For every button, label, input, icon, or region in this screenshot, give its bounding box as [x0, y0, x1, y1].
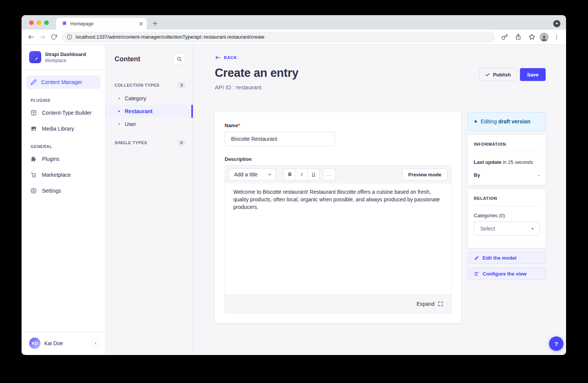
- editor-toolbar: Add a title B I U ... Prev: [225, 165, 451, 184]
- divider: [474, 152, 540, 152]
- forward-nav-icon[interactable]: [37, 31, 48, 43]
- tab-search-icon[interactable]: [553, 20, 560, 27]
- edit-model-button[interactable]: Edit the model: [468, 252, 546, 264]
- sidebar-section-plugins: PLUGINS: [22, 90, 105, 105]
- new-tab-button[interactable]: [150, 18, 160, 29]
- collection-types-count-badge: 3: [178, 82, 185, 88]
- content-subnav: Content COLLECTION TYPES 3 Category Rest…: [105, 45, 193, 355]
- draft-status-prefix: Editing: [481, 118, 498, 125]
- zoom-window-button[interactable]: [44, 20, 49, 25]
- profile-avatar-icon[interactable]: [540, 33, 549, 42]
- chevron-down-icon: [531, 227, 534, 230]
- subnav-item-user[interactable]: User: [105, 118, 193, 131]
- information-card: INFORMATION Last update in 25 seconds By…: [468, 135, 546, 185]
- expand-label: Expand: [417, 301, 434, 307]
- draft-status-badge: Editing draft version: [468, 112, 546, 131]
- tab-title: Homepage: [70, 21, 136, 26]
- publish-button[interactable]: Publish: [479, 68, 517, 81]
- required-asterisk: *: [238, 123, 240, 128]
- categories-select[interactable]: Select: [474, 221, 540, 236]
- relation-title: RELATION: [474, 196, 540, 201]
- browser-tab[interactable]: Homepage: [56, 18, 147, 30]
- bullet-icon: [118, 98, 120, 99]
- more-formats-button[interactable]: ...: [323, 168, 336, 181]
- expand-button[interactable]: Expand: [417, 301, 443, 307]
- description-textarea[interactable]: Welcome to Biscotte restaurant! Restaura…: [225, 184, 451, 294]
- bullet-icon: [118, 111, 120, 112]
- search-icon[interactable]: [173, 53, 185, 65]
- save-label: Save: [527, 72, 538, 78]
- title-style-value: Add a title: [234, 171, 258, 177]
- gear-icon: [31, 188, 37, 194]
- configure-view-icon: [474, 271, 479, 276]
- address-bar[interactable]: localhost:1337/admin/content-manager/col…: [62, 32, 495, 42]
- by-row: By-: [474, 172, 540, 178]
- subnav-title: Content: [115, 55, 140, 63]
- help-button[interactable]: ?: [549, 336, 563, 351]
- sidebar-section-general: GENERAL: [22, 137, 105, 151]
- share-icon[interactable]: [512, 31, 524, 43]
- sidebar-item-media-library[interactable]: Media Library: [22, 121, 105, 137]
- draft-status-bold: draft version: [498, 118, 531, 125]
- url-text: localhost:1337/admin/content-manager/col…: [76, 34, 264, 40]
- pencil-icon: [474, 255, 479, 260]
- tab-close-icon[interactable]: [139, 22, 143, 26]
- avatar: KD: [29, 338, 40, 349]
- configure-view-button[interactable]: Configure the view: [468, 268, 546, 280]
- last-update-row: Last update in 25 seconds: [474, 159, 540, 165]
- sidebar-item-content-type-builder[interactable]: Content-Type Builder: [22, 105, 105, 121]
- italic-button[interactable]: I: [296, 169, 307, 180]
- status-dot-icon: [475, 120, 477, 123]
- sidebar-item-label: Settings: [42, 188, 61, 194]
- underline-button[interactable]: U: [307, 169, 319, 180]
- back-label: BACK: [224, 55, 237, 60]
- categories-label: Categories (0): [474, 213, 540, 218]
- sidebar-item-content-manager[interactable]: Content Manager: [26, 75, 101, 89]
- cart-icon: [31, 172, 37, 178]
- api-id-subtitle: API ID : restaurant: [215, 84, 546, 90]
- back-arrow-icon: [215, 54, 221, 61]
- relation-card: RELATION Categories (0) Select: [468, 189, 546, 248]
- minimize-window-button[interactable]: [37, 20, 41, 25]
- site-info-icon[interactable]: [67, 34, 72, 40]
- publish-label: Publish: [493, 72, 511, 78]
- description-field-label: Description: [225, 156, 451, 162]
- name-input[interactable]: [225, 132, 335, 146]
- bullet-icon: [118, 123, 120, 125]
- media-image-icon: [31, 126, 37, 132]
- rich-text-editor: Add a title B I U ... Prev: [225, 165, 451, 313]
- collapse-sidebar-button[interactable]: [91, 338, 101, 348]
- sidebar-item-label: Plugins: [42, 156, 59, 162]
- reload-icon[interactable]: [48, 31, 59, 43]
- window-controls: [29, 20, 49, 25]
- subnav-item-restaurant[interactable]: Restaurant: [105, 105, 193, 118]
- bold-button[interactable]: B: [284, 169, 296, 180]
- sidebar-item-label: Content-Type Builder: [42, 110, 92, 116]
- edit-model-label: Edit the model: [483, 255, 517, 261]
- workspace-switcher[interactable]: Strapi Dashboard Workplace: [22, 45, 105, 70]
- format-button-group: B I U: [284, 168, 320, 181]
- sidebar-item-plugins[interactable]: Plugins: [22, 151, 105, 167]
- bookmark-star-icon[interactable]: [526, 31, 537, 43]
- entry-form-card: Name* Description Add a title: [215, 112, 461, 323]
- back-link[interactable]: BACK: [215, 54, 237, 61]
- categories-select-value: Select: [480, 226, 495, 232]
- configure-view-label: Configure the view: [483, 271, 526, 277]
- chevron-down-icon: [268, 173, 272, 176]
- password-key-icon[interactable]: [499, 31, 510, 43]
- preview-mode-button[interactable]: Preview mode: [402, 168, 447, 181]
- subnav-item-label: User: [125, 121, 136, 127]
- subnav-item-label: Category: [125, 95, 146, 101]
- workspace-name: Workplace: [45, 58, 86, 63]
- tab-strip: Homepage: [22, 15, 566, 30]
- save-button[interactable]: Save: [520, 68, 546, 81]
- strapi-logo-icon: [29, 51, 41, 63]
- close-window-button[interactable]: [29, 20, 34, 25]
- sidebar-item-settings[interactable]: Settings: [22, 183, 105, 199]
- sidebar-item-marketplace[interactable]: Marketplace: [22, 167, 105, 183]
- subnav-item-category[interactable]: Category: [105, 92, 193, 105]
- menu-dots-icon[interactable]: [551, 31, 562, 43]
- title-style-select[interactable]: Add a title: [229, 168, 276, 181]
- toolbar-actions: [499, 31, 562, 43]
- back-nav-icon[interactable]: [25, 31, 37, 43]
